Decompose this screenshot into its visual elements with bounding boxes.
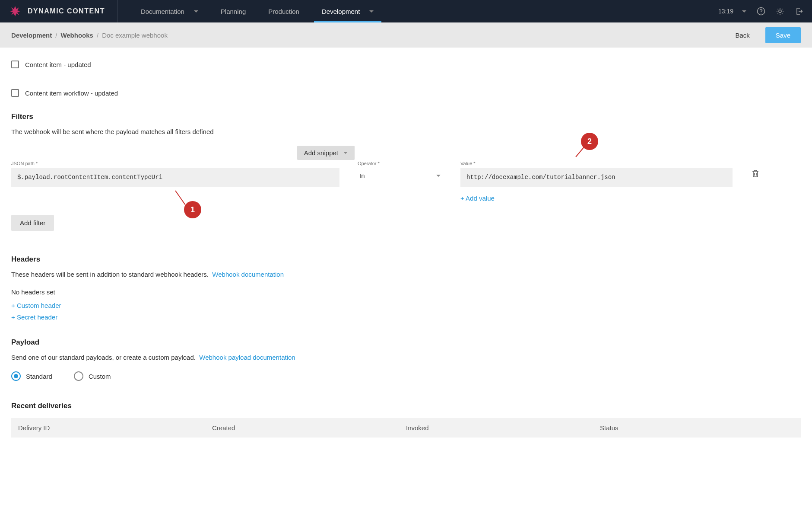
trash-icon[interactable] — [751, 169, 760, 179]
breadcrumb-webhooks[interactable]: Webhooks — [60, 32, 93, 39]
nav-item-label: Documentation — [141, 8, 184, 15]
nav-item-label: Production — [268, 8, 299, 15]
add-filter-button[interactable]: Add filter — [11, 215, 54, 231]
breadcrumb-sep: / — [97, 32, 98, 39]
caret-down-icon — [369, 10, 374, 13]
filter-row: JSON path * 1 Operator * In 2 — [11, 161, 801, 202]
checkbox-label: Content item workflow - updated — [25, 89, 118, 97]
filters-section: Filters The webhook will be sent where t… — [11, 112, 801, 231]
time-text: 13:19 — [718, 8, 733, 15]
deliveries-table-header: Delivery ID Created Invoked Status — [11, 418, 801, 438]
headers-section: Headers These headers will be sent in ad… — [11, 255, 801, 321]
nav-item-development[interactable]: Development — [311, 0, 385, 22]
top-nav: DYNAMIC CONTENT Documentation Planning P… — [0, 0, 812, 22]
headers-desc-text: These headers will be sent in addition t… — [11, 271, 209, 278]
brand-name: DYNAMIC CONTENT — [28, 7, 105, 15]
annotation-line-1 — [175, 190, 186, 205]
payload-radio-group: Standard Custom — [11, 371, 801, 381]
breadcrumb-current: Doc example webhook — [102, 32, 168, 39]
filters-area: Add snippet JSON path * 1 Operator * In — [11, 146, 801, 231]
add-snippet-button[interactable]: Add snippet — [297, 146, 355, 160]
json-path-input[interactable] — [11, 168, 339, 187]
add-snippet-label: Add snippet — [304, 149, 338, 157]
value-col: 2 Value * + Add value — [460, 161, 733, 202]
logo-icon — [9, 5, 22, 18]
payload-doc-link[interactable]: Webhook payload documentation — [199, 354, 295, 361]
add-value-link[interactable]: + Add value — [460, 195, 733, 202]
radio-circle-standard[interactable] — [11, 371, 21, 381]
svg-point-1 — [761, 13, 761, 14]
caret-down-icon — [742, 10, 746, 13]
radio-standard[interactable]: Standard — [11, 371, 52, 381]
webhook-doc-link[interactable]: Webhook documentation — [212, 271, 284, 278]
gear-icon[interactable] — [776, 7, 784, 16]
payload-description: Send one of our standard payloads, or cr… — [11, 354, 801, 361]
logo-area: DYNAMIC CONTENT — [9, 0, 117, 22]
radio-circle-custom[interactable] — [74, 371, 83, 381]
secret-header-link[interactable]: + Secret header — [11, 313, 801, 321]
operator-value: In — [359, 172, 365, 179]
checkbox-input[interactable] — [11, 89, 19, 97]
subheader-actions: Back Save — [735, 27, 801, 43]
save-button[interactable]: Save — [765, 27, 801, 43]
nav-item-planning[interactable]: Planning — [209, 0, 257, 22]
radio-label-standard: Standard — [26, 373, 52, 380]
json-path-col: JSON path * 1 — [11, 161, 339, 187]
headers-title: Headers — [11, 255, 801, 264]
breadcrumb-sep: / — [55, 32, 57, 39]
breadcrumb-development[interactable]: Development — [11, 32, 52, 39]
nav-tabs: Documentation Planning Production Develo… — [130, 0, 385, 22]
filters-title: Filters — [11, 112, 801, 121]
back-button[interactable]: Back — [735, 32, 749, 39]
operator-col: Operator * In — [358, 161, 442, 184]
annotation-marker-2: 2 — [581, 133, 598, 150]
operator-select[interactable]: In — [358, 168, 442, 184]
value-input[interactable] — [460, 168, 733, 187]
caret-down-icon — [343, 152, 348, 154]
checkbox-label: Content item - updated — [25, 61, 91, 68]
help-icon[interactable] — [757, 7, 765, 16]
payload-desc-text: Send one of our standard payloads, or cr… — [11, 354, 196, 361]
checkbox-workflow-updated[interactable]: Content item workflow - updated — [11, 89, 801, 97]
json-path-label: JSON path * — [11, 161, 339, 166]
nav-item-label: Planning — [221, 8, 246, 15]
nav-item-production[interactable]: Production — [257, 0, 311, 22]
main-content: Content item - updated Content item work… — [0, 48, 812, 450]
svg-point-2 — [779, 10, 781, 13]
radio-custom[interactable]: Custom — [74, 371, 111, 381]
caret-down-icon — [194, 10, 198, 13]
annotation-marker-1: 1 — [184, 201, 201, 218]
checkbox-content-item-updated[interactable]: Content item - updated — [11, 61, 801, 68]
nav-item-label: Development — [322, 8, 360, 15]
time-display[interactable]: 13:19 — [718, 8, 746, 15]
operator-label: Operator * — [358, 161, 442, 166]
col-status: Status — [600, 424, 794, 431]
col-invoked: Invoked — [406, 424, 600, 431]
headers-description: These headers will be sent in addition t… — [11, 271, 801, 278]
subheader: Development / Webhooks / Doc example web… — [0, 22, 812, 48]
deliveries-section: Recent deliveries Delivery ID Created In… — [11, 402, 801, 438]
custom-header-link[interactable]: + Custom header — [11, 302, 801, 309]
logout-icon[interactable] — [795, 7, 803, 16]
headers-status: No headers set — [11, 288, 801, 296]
col-delivery-id: Delivery ID — [18, 424, 212, 431]
payload-section: Payload Send one of our standard payload… — [11, 338, 801, 381]
checkbox-input[interactable] — [11, 61, 19, 68]
caret-down-icon — [436, 175, 441, 177]
payload-title: Payload — [11, 338, 801, 347]
value-label: Value * — [460, 161, 733, 166]
deliveries-title: Recent deliveries — [11, 402, 801, 410]
nav-item-documentation[interactable]: Documentation — [130, 0, 209, 22]
filters-description: The webhook will be sent where the paylo… — [11, 128, 801, 135]
col-created: Created — [212, 424, 406, 431]
breadcrumb: Development / Webhooks / Doc example web… — [11, 32, 168, 39]
radio-label-custom: Custom — [89, 373, 111, 380]
nav-right: 13:19 — [718, 7, 803, 16]
